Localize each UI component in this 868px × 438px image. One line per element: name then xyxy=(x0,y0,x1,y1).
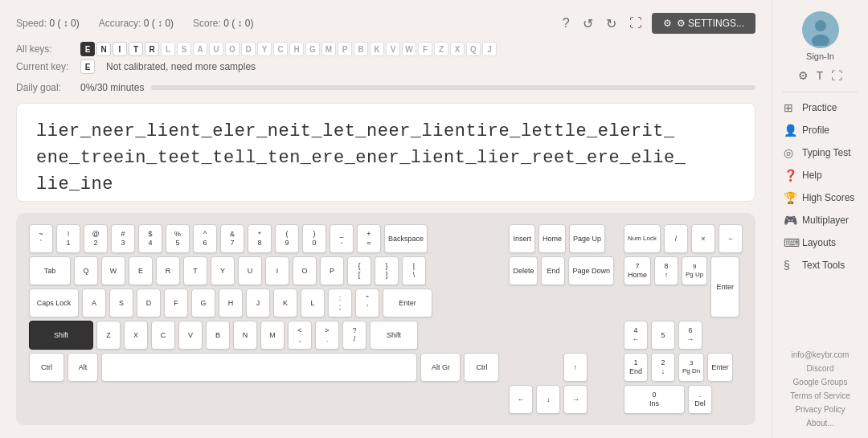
key-2[interactable]: @2 xyxy=(84,224,108,253)
footer-email-link[interactable]: info@keybr.com xyxy=(792,350,850,359)
key-k[interactable]: K xyxy=(273,289,297,317)
sidebar-item-high-scores[interactable]: 🏆 High Scores xyxy=(772,187,868,208)
key-bracket-right[interactable]: }] xyxy=(375,256,399,285)
key-shift-right[interactable]: Shift xyxy=(370,321,418,350)
key-num-enter[interactable]: Enter xyxy=(710,256,739,317)
key-end[interactable]: End xyxy=(541,256,565,285)
key-g[interactable]: G xyxy=(191,289,215,317)
key-page-down[interactable]: Page Down xyxy=(568,256,614,285)
footer-google-groups-link[interactable]: Google Groups xyxy=(793,378,848,387)
key-delete[interactable]: Delete xyxy=(509,256,538,285)
key-equals[interactable]: += xyxy=(357,224,381,253)
key-ctrl-left[interactable]: Ctrl xyxy=(29,353,64,382)
sidebar-item-help[interactable]: ❓ Help xyxy=(772,165,868,186)
key-slash[interactable]: ?/ xyxy=(342,321,366,350)
key-num-0[interactable]: 0Ins xyxy=(624,385,685,414)
key-page-up[interactable]: Page Up xyxy=(569,224,605,253)
key-s[interactable]: S xyxy=(109,289,133,317)
key-alt-gr[interactable]: Alt Gr xyxy=(420,353,461,382)
key-x[interactable]: X xyxy=(124,321,148,350)
footer-privacy-link[interactable]: Privacy Policy xyxy=(795,405,845,414)
key-num-enter-2[interactable]: Enter xyxy=(707,353,733,382)
key-3[interactable]: #3 xyxy=(111,224,135,253)
key-num-9[interactable]: 9Pg Up xyxy=(682,256,707,285)
key-period[interactable]: >. xyxy=(315,321,339,350)
key-d[interactable]: D xyxy=(137,289,161,317)
key-m[interactable]: M xyxy=(260,321,285,350)
key-n[interactable]: N xyxy=(233,321,257,350)
key-o[interactable]: O xyxy=(293,256,317,285)
key-alt-left[interactable]: Alt xyxy=(68,353,98,382)
footer-discord-link[interactable]: Discord xyxy=(807,364,834,373)
sidebar-item-practice[interactable]: ⊞ Practice xyxy=(772,97,868,118)
typing-area[interactable]: lier_neer_lient_eler_neit_let_neer_lient… xyxy=(16,103,755,202)
font-size-tool-icon[interactable]: T xyxy=(817,69,824,82)
key-z[interactable]: Z xyxy=(96,321,121,350)
key-tab[interactable]: Tab xyxy=(29,256,71,285)
key-9[interactable]: (9 xyxy=(275,224,299,253)
key-num-dot[interactable]: .Del xyxy=(688,385,712,414)
key-num-4[interactable]: 4← xyxy=(624,321,648,350)
key-w[interactable]: W xyxy=(101,256,125,285)
key-arrow-left[interactable]: ← xyxy=(509,385,533,414)
key-num-2[interactable]: 2↓ xyxy=(651,353,675,382)
key-y[interactable]: Y xyxy=(211,256,235,285)
key-tilde[interactable]: ~` xyxy=(29,224,53,253)
key-0[interactable]: )0 xyxy=(302,224,326,253)
key-backspace[interactable]: Backspace xyxy=(384,224,428,253)
key-4[interactable]: $4 xyxy=(138,224,162,253)
key-minus[interactable]: _- xyxy=(330,224,354,253)
key-space[interactable] xyxy=(101,353,417,382)
key-u[interactable]: U xyxy=(238,256,262,285)
footer-about-link[interactable]: About... xyxy=(806,419,833,428)
key-num-8[interactable]: 8↑ xyxy=(654,256,678,285)
key-b[interactable]: B xyxy=(206,321,230,350)
key-t[interactable]: T xyxy=(183,256,207,285)
key-l[interactable]: L xyxy=(301,289,325,317)
sidebar-item-layouts[interactable]: ⌨ Layouts xyxy=(772,232,868,253)
key-num-lock[interactable]: Num Lock xyxy=(624,224,661,253)
key-num-asterisk[interactable]: × xyxy=(691,224,715,253)
key-8[interactable]: *8 xyxy=(248,224,272,253)
key-comma[interactable]: <, xyxy=(288,321,312,350)
key-num-5[interactable]: 5 xyxy=(651,321,675,350)
key-arrow-down[interactable]: ↓ xyxy=(536,385,560,414)
key-a[interactable]: A xyxy=(82,289,106,317)
fullscreen-icon-btn[interactable]: ⛶ xyxy=(626,14,645,32)
key-r[interactable]: R xyxy=(156,256,180,285)
key-j[interactable]: J xyxy=(246,289,270,317)
key-h[interactable]: H xyxy=(219,289,243,317)
key-num-minus[interactable]: − xyxy=(719,224,743,253)
footer-terms-link[interactable]: Terms of Service xyxy=(790,391,850,400)
key-arrow-right[interactable]: → xyxy=(563,385,588,414)
key-c[interactable]: C xyxy=(151,321,175,350)
sidebar-item-profile[interactable]: 👤 Profile xyxy=(772,120,868,141)
key-num-6[interactable]: 6→ xyxy=(678,321,702,350)
redo-icon-btn[interactable]: ↻ xyxy=(603,14,620,33)
key-backslash[interactable]: |\ xyxy=(402,256,426,285)
settings-tool-icon[interactable]: ⚙ xyxy=(798,69,809,82)
sidebar-item-multiplayer[interactable]: 🎮 Multiplayer xyxy=(772,210,868,231)
key-capslock[interactable]: Caps Lock xyxy=(29,289,79,317)
key-num-slash[interactable]: / xyxy=(664,224,688,253)
key-semicolon[interactable]: :; xyxy=(328,289,352,317)
key-num-7[interactable]: 7Home xyxy=(624,256,651,285)
key-7[interactable]: &7 xyxy=(220,224,244,253)
sidebar-item-typing-test[interactable]: ◎ Typing Test xyxy=(772,142,868,163)
key-home[interactable]: Home xyxy=(538,224,566,253)
key-num-1[interactable]: 1End xyxy=(624,353,648,382)
key-p[interactable]: P xyxy=(320,256,344,285)
key-num-3[interactable]: 3Pg Dn xyxy=(678,353,704,382)
key-quote[interactable]: "' xyxy=(355,289,379,317)
key-arrow-up[interactable]: ↑ xyxy=(563,353,588,382)
key-ctrl-right[interactable]: Ctrl xyxy=(464,353,499,382)
key-bracket-left[interactable]: {[ xyxy=(347,256,371,285)
key-5[interactable]: %5 xyxy=(166,224,190,253)
sidebar-item-text-tools[interactable]: § Text Tools xyxy=(772,255,868,276)
key-e[interactable]: E xyxy=(129,256,153,285)
key-insert[interactable]: Insert xyxy=(509,224,535,253)
key-6[interactable]: ^6 xyxy=(193,224,217,253)
expand-tool-icon[interactable]: ⛶ xyxy=(831,69,842,82)
key-enter[interactable]: Enter xyxy=(383,289,432,317)
key-shift-left[interactable]: Shift xyxy=(29,321,93,350)
